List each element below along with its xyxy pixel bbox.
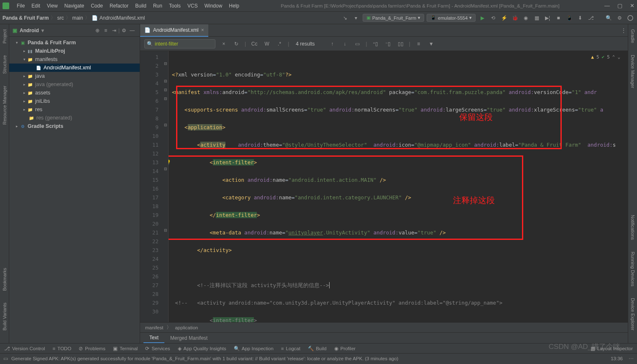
status-message[interactable]: Generate Signed APK: APK(s) generated su… [11, 356, 607, 361]
tool-terminal[interactable]: ▣Terminal [113, 346, 138, 351]
filter-icon[interactable]: ▼ [427, 40, 435, 48]
tool-build[interactable]: 🔨Build [308, 346, 327, 351]
code-editor[interactable]: 1234567891011121314151617181920212223242… [140, 51, 628, 322]
tool-device-manager[interactable]: Device Manager [630, 52, 635, 91]
tree-assets[interactable]: ▸📁assets [9, 89, 140, 97]
tool-logcat[interactable]: ≡Logcat [281, 346, 300, 351]
tree-jnilibs[interactable]: ▸📁jniLibs [9, 97, 140, 105]
collapse-all-icon[interactable]: ⇥ [110, 26, 118, 35]
tool-bookmarks[interactable]: Bookmarks [2, 265, 7, 293]
avd-icon[interactable]: 📱 [565, 14, 573, 22]
apply-changes-icon[interactable]: ⚡ [500, 14, 508, 22]
settings-icon[interactable]: ⚙ [615, 14, 624, 22]
minimize-icon[interactable]: — [604, 3, 610, 9]
match-case-icon[interactable]: Cc [250, 40, 258, 48]
menu-file[interactable]: File [13, 2, 28, 10]
tab-androidmanifest[interactable]: 📄AndroidManifest.xml× [140, 24, 208, 37]
crumb-application[interactable]: application [175, 325, 198, 330]
tool-build-variants[interactable]: Build Variants [2, 300, 7, 333]
tool-device-explorer[interactable]: Device Explorer [630, 295, 635, 333]
tree-res[interactable]: ▸📁res [9, 105, 140, 114]
menu-build[interactable]: Build [132, 2, 150, 10]
debug-attach-icon[interactable]: ⟲ [489, 14, 497, 22]
tool-services[interactable]: ⟳Services [145, 346, 170, 351]
tool-app-inspection[interactable]: 🔍App Inspection [234, 346, 274, 351]
search-select-all-icon[interactable]: ▭ [353, 40, 362, 48]
menu-run[interactable]: Run [150, 2, 166, 10]
project-view-mode[interactable]: Android [20, 28, 39, 33]
tree-mainlib[interactable]: ▸▮▮MainLibProj [9, 47, 140, 55]
words-icon[interactable]: W [263, 40, 271, 48]
breadcrumb-src[interactable]: src [57, 15, 64, 21]
chevron-down-icon[interactable]: ▾ [352, 14, 360, 22]
maximize-icon[interactable]: ▢ [617, 3, 622, 9]
tool-layout-inspector[interactable]: ▦Layout Inspector [591, 346, 633, 351]
expand-all-icon[interactable]: ≡ [102, 26, 110, 35]
tool-resource-manager[interactable]: Resource Manager [2, 83, 7, 127]
search-next-icon[interactable]: ↓ [341, 40, 349, 48]
menu-navigate[interactable]: Navigate [61, 2, 87, 10]
tool-structure[interactable]: Structure [2, 53, 7, 76]
menu-code[interactable]: Code [87, 2, 106, 10]
panel-settings-icon[interactable]: ⚙ [120, 26, 128, 35]
tool-gradle[interactable]: Gradle [630, 27, 635, 46]
tool-todo[interactable]: ≡TODO [53, 346, 72, 351]
menu-vcs[interactable]: VCS [184, 2, 201, 10]
run-config-device[interactable]: 📱emulator-5554▾ [427, 14, 476, 22]
tool-app-quality[interactable]: ◈App Quality Insights [178, 346, 226, 351]
menu-refactor[interactable]: Refactor [106, 2, 132, 10]
regex-icon[interactable]: .* [275, 40, 284, 48]
menu-tools[interactable]: Tools [166, 2, 184, 10]
tree-root[interactable]: ▾▣Panda & Fruit Farm [9, 38, 140, 47]
hide-panel-icon[interactable]: — [128, 26, 136, 35]
close-icon[interactable]: ✕ [630, 3, 634, 9]
intention-bulb-icon[interactable]: 💡 [169, 158, 171, 167]
tool-profiler[interactable]: ◉Profiler [334, 346, 356, 351]
tool-problems[interactable]: ⊘Problems [79, 346, 105, 351]
menu-view[interactable]: View [43, 2, 61, 10]
menu-window[interactable]: Window [201, 2, 226, 10]
profile-icon[interactable]: ◉ [522, 14, 530, 22]
remove-selection-icon[interactable]: ⁻▯ [384, 40, 392, 48]
select-all-occurrences-icon[interactable]: ▯▯ [397, 40, 405, 48]
breadcrumb-main[interactable]: main [72, 15, 83, 21]
tool-running-devices[interactable]: Running Devices [630, 249, 635, 289]
inspection-summary[interactable]: ▲5 ✔5 ⌃ ⌄ [591, 53, 620, 61]
breadcrumb-file[interactable]: AndroidManifest.xml [100, 15, 145, 21]
git-icon[interactable]: ⎇ [587, 14, 595, 22]
toggle-filter-icon[interactable]: ≡ [414, 40, 423, 48]
coverage-icon[interactable]: ▦ [532, 14, 541, 22]
subtab-merged[interactable]: Merged Manifest [164, 333, 213, 343]
status-icon[interactable]: ▭ [3, 356, 8, 361]
menu-edit[interactable]: Edit [28, 2, 43, 10]
tree-manifest-file[interactable]: 📄AndroidManifest.xml [9, 64, 140, 72]
tree-java-gen[interactable]: ▸📁java (generated) [9, 80, 140, 89]
debug-icon[interactable]: 🐞 [511, 14, 519, 22]
search-everywhere-icon[interactable]: 🔍 [604, 14, 613, 22]
add-selection-icon[interactable]: ⁺▯ [371, 40, 380, 48]
code-content[interactable]: ▲5 ✔5 ⌃ ⌄ <?xml version="1.0" encoding="… [169, 51, 628, 322]
sdk-icon[interactable]: ⬇ [576, 14, 584, 22]
search-input[interactable] [144, 39, 215, 48]
crumb-manifest[interactable]: manifest [145, 325, 163, 330]
search-prev-icon[interactable]: ↑ [328, 40, 337, 48]
tree-java[interactable]: ▸📁java [9, 72, 140, 80]
tree-res-gen[interactable]: 📁res (generated) [9, 114, 140, 122]
tree-manifests[interactable]: ▾📁manifests [9, 55, 140, 64]
tree-gradle[interactable]: ▸⚙Gradle Scripts [9, 122, 140, 130]
breadcrumb-project[interactable]: Panda & Fruit Farm [3, 15, 49, 21]
tool-project[interactable]: Project [2, 27, 7, 46]
stop-icon[interactable]: ■ [554, 14, 563, 22]
tool-version-control[interactable]: ⎇Version Control [4, 346, 45, 351]
attach-icon[interactable]: ▶¦ [543, 14, 552, 22]
menu-help[interactable]: Help [225, 2, 243, 10]
search-clear-icon[interactable]: × [220, 40, 228, 48]
run-icon[interactable]: ▶ [478, 14, 486, 22]
tab-close-icon[interactable]: × [201, 27, 204, 33]
run-config-module[interactable]: ▣Panda_&_Fruit_Farm▾ [363, 14, 424, 22]
tool-notifications[interactable]: Notifications [630, 212, 635, 242]
sync-icon[interactable]: ↘ [341, 14, 349, 22]
subtab-text[interactable]: Text [143, 333, 164, 343]
search-history-icon[interactable]: ↻ [232, 40, 240, 48]
tab-options-icon[interactable]: ⋮ [619, 26, 628, 35]
